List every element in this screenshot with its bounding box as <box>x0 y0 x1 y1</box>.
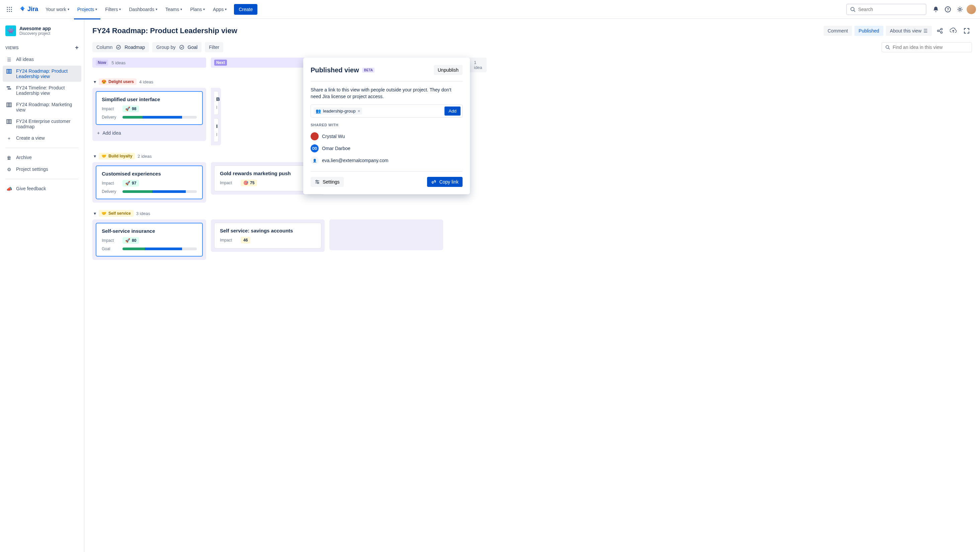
plus-icon: + <box>6 135 12 141</box>
group-self-service[interactable]: 🤝Self service <box>99 210 134 217</box>
column-now[interactable]: Now 5 ideas <box>92 57 206 68</box>
svg-point-6 <box>7 11 8 12</box>
find-idea[interactable] <box>881 42 972 52</box>
collapse-icon[interactable]: ▾ <box>94 79 96 85</box>
page-title: FY24 Roadmap: Product Leadership view <box>92 27 821 35</box>
idea-card[interactable]: Customised experiences Impact🚀97 Deliver… <box>96 166 203 199</box>
svg-point-27 <box>941 32 942 34</box>
svg-point-9 <box>851 7 854 11</box>
app-switcher-icon[interactable] <box>4 4 15 15</box>
published-view-popover: Published view BETA Unpublish Share a li… <box>303 57 470 194</box>
fullscreen-icon[interactable] <box>961 26 972 36</box>
svg-rect-17 <box>7 86 10 88</box>
svg-point-5 <box>11 9 12 10</box>
archive-icon: 🗑 <box>6 155 12 160</box>
list-icon: ☰ <box>6 57 12 62</box>
popover-settings-button[interactable]: Settings <box>310 177 344 187</box>
find-input[interactable] <box>892 45 968 50</box>
global-search[interactable] <box>846 4 926 15</box>
gear-icon: ⚙ <box>6 166 12 172</box>
sidebar-fy24-timeline-pl[interactable]: FY24 Timeline: Product Leadership view <box>3 82 81 99</box>
popover-title: Published view <box>310 66 359 74</box>
idea-card[interactable]: B I <box>214 91 218 115</box>
idea-card[interactable]: I I <box>214 118 218 142</box>
sidebar-fy24-roadmap-mkt[interactable]: FY24 Roadmap: Marketing view <box>3 99 81 115</box>
svg-line-28 <box>939 29 941 30</box>
sidebar-give-feedback[interactable]: 📣Give feedback <box>3 183 81 194</box>
add-view-icon[interactable]: + <box>75 44 79 51</box>
add-idea-button[interactable]: +Add idea <box>96 128 203 138</box>
sliders-icon <box>315 179 320 185</box>
link-icon <box>431 179 436 185</box>
sidebar-archive[interactable]: 🗑Archive <box>3 152 81 163</box>
groupby-filter[interactable]: Group by Goal <box>152 42 202 52</box>
svg-rect-20 <box>8 103 10 107</box>
nav-projects[interactable]: Projects▾ <box>74 4 101 15</box>
svg-point-8 <box>11 11 12 12</box>
collapse-icon[interactable]: ▾ <box>94 153 96 159</box>
unpublish-button[interactable]: Unpublish <box>434 65 463 75</box>
comment-button[interactable]: Comment <box>824 26 852 36</box>
search-input[interactable] <box>858 7 923 12</box>
svg-point-35 <box>317 182 319 183</box>
nav-dashboards[interactable]: Dashboards▾ <box>126 4 161 15</box>
idea-card[interactable]: Simplified user interface Impact🚀98 Deli… <box>96 91 203 125</box>
svg-point-1 <box>9 7 10 8</box>
group-icon: 👥 <box>316 108 321 113</box>
group-build-loyalty[interactable]: 🤝Build loyalty <box>99 153 135 160</box>
create-button[interactable]: Create <box>234 4 258 15</box>
add-button[interactable]: Add <box>444 107 461 116</box>
remove-chip-icon[interactable]: × <box>358 108 361 113</box>
svg-text:?: ? <box>947 7 949 11</box>
group-delight-users[interactable]: 😍Delight users <box>99 78 137 85</box>
shared-person: Crystal Wu <box>310 130 463 142</box>
share-icon[interactable] <box>934 26 945 36</box>
jira-logo[interactable]: Jira <box>16 6 41 13</box>
shared-person: 👤 eva.lien@externalcompany.com <box>310 155 463 166</box>
copy-link-button[interactable]: Copy link <box>427 177 463 187</box>
board-icon <box>6 102 12 107</box>
svg-rect-23 <box>8 120 10 124</box>
nav-your-work[interactable]: Your work▾ <box>42 4 73 15</box>
check-circle-icon <box>179 45 185 50</box>
search-icon <box>850 7 856 12</box>
collapse-icon[interactable]: ▾ <box>94 211 96 216</box>
search-icon <box>885 45 890 49</box>
board-icon <box>6 118 12 124</box>
views-heading: VIEWS <box>5 46 19 50</box>
svg-point-32 <box>886 46 889 49</box>
filter-pill[interactable]: Filter <box>205 42 223 52</box>
sidebar-project-settings[interactable]: ⚙Project settings <box>3 164 81 175</box>
goal-bar <box>123 247 197 250</box>
svg-rect-21 <box>10 103 11 107</box>
settings-icon[interactable] <box>955 4 965 15</box>
group-chip[interactable]: 👥 leadership-group × <box>313 107 362 115</box>
svg-point-2 <box>11 7 12 8</box>
nav-plans[interactable]: Plans▾ <box>187 4 208 15</box>
sidebar-all-ideas[interactable]: ☰All ideas <box>3 54 81 65</box>
nav-apps[interactable]: Apps▾ <box>210 4 230 15</box>
nav-teams[interactable]: Teams▾ <box>162 4 185 15</box>
sidebar-create-view[interactable]: +Create a view <box>3 132 81 144</box>
share-input[interactable]: 👥 leadership-group × Add <box>310 105 463 118</box>
idea-card[interactable]: Self-service insurance Impact🚀80 Goal <box>96 223 203 257</box>
sidebar-fy24-roadmap-pl[interactable]: FY24 Roadmap: Product Leadership view <box>3 65 81 82</box>
help-icon[interactable]: ? <box>942 4 953 15</box>
nav-filters[interactable]: Filters▾ <box>102 4 124 15</box>
board-icon <box>6 68 12 74</box>
svg-line-10 <box>854 10 855 12</box>
svg-point-13 <box>959 8 961 10</box>
notifications-icon[interactable] <box>931 4 941 15</box>
popover-description: Share a link to this view with people ou… <box>310 87 463 100</box>
about-view-button[interactable]: About this view☰ <box>886 26 932 36</box>
published-button[interactable]: Published <box>854 26 883 36</box>
sidebar-fy24-enterprise[interactable]: FY24 Enterprise customer roadmap <box>3 116 81 132</box>
user-avatar[interactable] <box>967 5 976 14</box>
idea-card[interactable]: Self service: savings accounts Impact46 <box>214 223 321 249</box>
delivery-bar <box>123 190 197 193</box>
svg-rect-18 <box>8 88 11 89</box>
svg-rect-16 <box>10 69 11 73</box>
column-filter[interactable]: Column Roadmap <box>92 42 149 52</box>
project-icon: 👾 <box>5 26 16 36</box>
export-icon[interactable] <box>948 26 959 36</box>
